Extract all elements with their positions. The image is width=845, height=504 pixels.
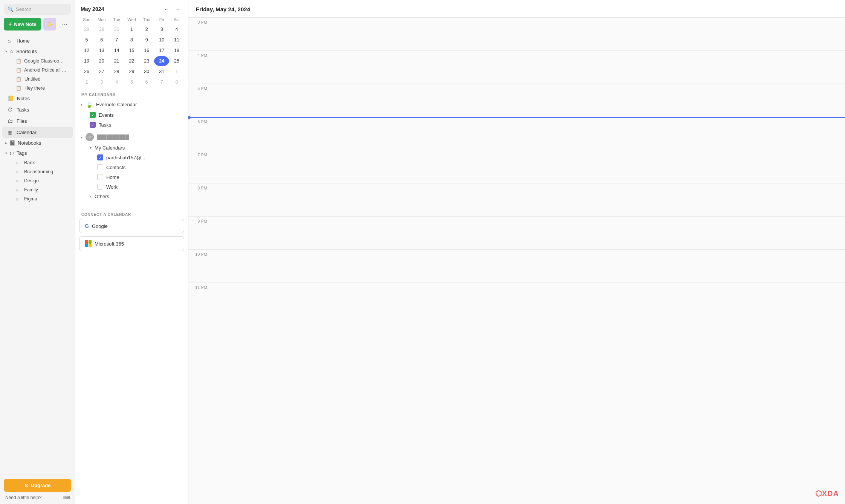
cal-day[interactable]: 18: [169, 45, 184, 56]
more-button[interactable]: ···: [58, 18, 71, 31]
cal-day[interactable]: 31: [154, 66, 169, 77]
cal-day[interactable]: 6: [94, 35, 109, 45]
my-calendars-subgroup-header[interactable]: ▾ My Calendars: [79, 143, 184, 153]
cal-day[interactable]: 17: [154, 45, 169, 56]
home-cal-checkbox[interactable]: [97, 174, 103, 180]
contacts-checkbox[interactable]: [97, 164, 103, 170]
cal-day[interactable]: 6: [139, 77, 154, 87]
evernote-calendar-label: Evernote Calendar: [96, 102, 137, 107]
sidebar-item-hey-there[interactable]: 📋 Hey there: [2, 84, 73, 93]
sidebar-item-tag-family[interactable]: ⌂ Family: [2, 185, 73, 194]
cal-day[interactable]: 7: [109, 35, 124, 45]
cal-day[interactable]: 2: [79, 77, 94, 87]
notebooks-header[interactable]: ▸ 📓 Notebooks: [0, 138, 75, 148]
help-row[interactable]: Need a little help? ⌨: [4, 492, 71, 500]
cal-day[interactable]: 1: [124, 24, 139, 35]
cal-day[interactable]: 24: [154, 56, 169, 66]
parthshah-calendar-item[interactable]: ✓ parthshah157@...: [79, 153, 184, 162]
ai-button[interactable]: ✨: [43, 18, 56, 31]
cal-day[interactable]: 3: [154, 24, 169, 35]
search-label: Search: [16, 6, 31, 12]
shortcuts-header[interactable]: ▾ ☆ Shortcuts: [0, 46, 75, 57]
sidebar-item-tag-design[interactable]: ⌂ Design: [2, 176, 73, 185]
sidebar-item-android-police[interactable]: 📋 Android Police all hand...: [2, 66, 73, 75]
cal-day[interactable]: 26: [79, 66, 94, 77]
keyboard-icon: ⌨: [63, 495, 70, 500]
cal-day[interactable]: 5: [79, 35, 94, 45]
cal-day[interactable]: 4: [169, 24, 184, 35]
month-year-label: May 2024: [81, 6, 104, 12]
cal-day[interactable]: 10: [154, 35, 169, 45]
cal-day[interactable]: 5: [124, 77, 139, 87]
search-bar[interactable]: 🔍 Search: [4, 4, 71, 15]
day-title: Friday, May 24, 2024: [196, 6, 250, 12]
evernote-calendar-header[interactable]: ▾ 🍃 Evernote Calendar: [79, 99, 184, 110]
cal-day[interactable]: 23: [139, 56, 154, 66]
cal-day[interactable]: 1: [169, 66, 184, 77]
sidebar-item-tag-figma[interactable]: ⌂ Figma: [2, 194, 73, 203]
sidebar-item-tag-brainstroming[interactable]: ⌂ Brainstroming: [2, 167, 73, 176]
cal-day[interactable]: 29: [94, 24, 109, 35]
cal-day[interactable]: 8: [169, 77, 184, 87]
cal-day[interactable]: 19: [79, 56, 94, 66]
contacts-calendar-item[interactable]: Contacts: [79, 162, 184, 172]
cal-day[interactable]: 13: [94, 45, 109, 56]
cal-day[interactable]: 29: [124, 66, 139, 77]
connect-google-button[interactable]: G Google: [79, 219, 184, 233]
cal-day[interactable]: 11: [169, 35, 184, 45]
events-checkbox[interactable]: ✓: [90, 112, 96, 118]
sidebar-item-notes[interactable]: 📒 Notes: [2, 93, 73, 104]
upgrade-button[interactable]: ⊙ Upgrade: [4, 479, 71, 492]
sidebar-item-google-classroom[interactable]: 📋 Google Classroom Aper...: [2, 57, 73, 66]
others-group-header[interactable]: ▸ Others: [79, 192, 184, 201]
cal-day[interactable]: 7: [154, 77, 169, 87]
time-row: 3 PM: [188, 17, 845, 50]
sidebar-item-files[interactable]: 🗂 Files: [2, 115, 73, 127]
cal-day[interactable]: 15: [124, 45, 139, 56]
sidebar-item-calendar[interactable]: ▦ Calendar: [2, 127, 73, 138]
note-icon-hey: 📋: [16, 86, 21, 91]
cal-day[interactable]: 2: [139, 24, 154, 35]
cal-day[interactable]: 25: [169, 56, 184, 66]
notebooks-label: Notebooks: [18, 140, 41, 146]
sidebar-item-untitled[interactable]: 📋 Untitled: [2, 75, 73, 84]
cal-day[interactable]: 14: [109, 45, 124, 56]
work-checkbox[interactable]: [97, 184, 103, 190]
cal-day[interactable]: 22: [124, 56, 139, 66]
cal-day[interactable]: 30: [109, 24, 124, 35]
nav-section: ⌂ Home ▾ ☆ Shortcuts 📋 Google Classroom …: [0, 34, 75, 204]
google-label: Google: [92, 223, 108, 229]
cal-day[interactable]: 8: [124, 35, 139, 45]
cal-day[interactable]: 3: [94, 77, 109, 87]
cal-day[interactable]: 4: [109, 77, 124, 87]
new-note-button[interactable]: + New Note: [4, 18, 41, 31]
tasks-calendar-item[interactable]: ✓ Tasks: [79, 120, 184, 130]
chevron-right-notebooks-icon: ▸: [5, 141, 7, 145]
tag-family-label: Family: [24, 187, 38, 192]
cal-day[interactable]: 20: [94, 56, 109, 66]
prev-month-button[interactable]: ←: [162, 5, 171, 13]
home-calendar-item[interactable]: Home: [79, 172, 184, 182]
next-month-button[interactable]: →: [173, 5, 183, 13]
tasks-checkbox[interactable]: ✓: [90, 122, 96, 128]
sidebar-item-tasks[interactable]: ⏱ Tasks: [2, 104, 73, 115]
cal-day[interactable]: 9: [139, 35, 154, 45]
tags-header[interactable]: ▾ 🏷 Tags: [0, 148, 75, 158]
cal-day[interactable]: 27: [94, 66, 109, 77]
tag-design-icon: ⌂: [16, 178, 21, 183]
cal-day[interactable]: 28: [109, 66, 124, 77]
user-account-header[interactable]: ▾ P ██████████: [79, 131, 184, 143]
events-calendar-item[interactable]: ✓ Events: [79, 110, 184, 120]
cal-day[interactable]: 12: [79, 45, 94, 56]
cal-day[interactable]: 28: [79, 24, 94, 35]
sidebar-item-home[interactable]: ⌂ Home: [2, 35, 73, 46]
parthshah-checkbox[interactable]: ✓: [97, 154, 103, 160]
cal-day[interactable]: 21: [109, 56, 124, 66]
cal-day[interactable]: 30: [139, 66, 154, 77]
connect-calendar-label: CONNECT A CALENDAR: [79, 207, 184, 219]
sidebar-item-tag-bank[interactable]: ⌂ Bank: [2, 158, 73, 167]
connect-microsoft-button[interactable]: Microsoft 365: [79, 236, 184, 251]
cal-day[interactable]: 16: [139, 45, 154, 56]
tasks-icon: ⏱: [8, 107, 14, 113]
work-calendar-item[interactable]: Work: [79, 182, 184, 192]
